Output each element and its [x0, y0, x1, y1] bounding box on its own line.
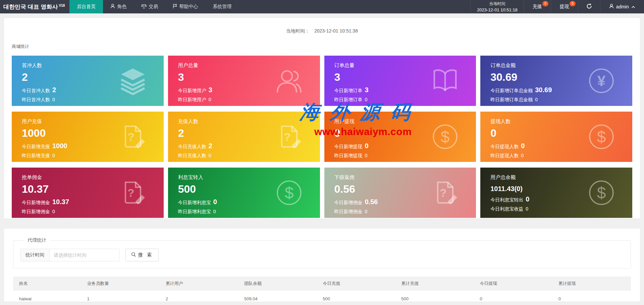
stat-card-yesterday-label: 昨日新增利息宝 — [178, 209, 211, 214]
stat-card-today-value: 10.37 — [52, 198, 69, 205]
svg-text:$: $ — [597, 184, 606, 202]
agent-stats-fieldset: 代理统计 统计时间 搜 索 — [13, 237, 631, 268]
stat-card-today-label: 今日首冲人数 — [22, 88, 50, 93]
stat-card: 抢单佣金 10.37 今日新增佣金10.37 昨日新增佣金0 ? — [12, 168, 164, 218]
stat-card-yesterday-line: 昨日新增佣金0 — [22, 209, 164, 215]
table-header-cell: 今日提现 — [474, 277, 552, 291]
nav-item-help[interactable]: 帮助中心 — [165, 0, 205, 13]
stat-card-yesterday-value: 0 — [365, 153, 368, 158]
stat-card-today-value: 0 — [521, 142, 525, 149]
stat-card-yesterday-value: 0 — [52, 153, 55, 158]
table-row: haiwai12509.0450050000 — [13, 291, 631, 302]
local-time-line: 当地时间： 2023-12-01 10:51:38 — [4, 18, 640, 34]
main-nav: 后台首页 角色 交易 帮 — [69, 0, 239, 13]
agent-stats-legend: 代理统计 — [24, 237, 50, 243]
stat-card-yesterday-label: 昨日新增佣金 — [22, 209, 50, 214]
stat-card-yesterday-line: 昨日新增订单0 — [334, 97, 476, 103]
stat-card-today-value: 0 — [213, 198, 217, 205]
stat-card: 订单总金额 30.69 今日新增订单总金额30.69 昨日新增订单总金额0 ¥ — [480, 56, 632, 106]
stat-card-today-label: 今日新增提现 — [334, 144, 363, 149]
stat-card-yesterday-line: 昨日新增订单总金额0 — [490, 97, 632, 103]
refresh-icon — [586, 3, 592, 10]
stat-card-today-value: 3 — [365, 86, 369, 94]
stat-card-today-label: 今日新增佣金 — [334, 200, 363, 205]
stat-card-yesterday-label: 昨日新增订单 — [334, 97, 363, 102]
stat-time-input[interactable] — [50, 249, 119, 261]
nav-label: 帮助中心 — [179, 4, 198, 10]
nav-item-system[interactable]: 系统管理 — [205, 0, 239, 13]
stat-card-today-value: 3 — [209, 86, 212, 94]
table-cell: 0 — [474, 291, 552, 302]
withdraw-button[interactable]: 提现 0 — [551, 0, 578, 13]
stat-card-yesterday-label: 昨日充值人数 — [178, 153, 206, 158]
stat-card-today-value: 30.69 — [535, 86, 552, 94]
chevron-up-icon — [631, 4, 635, 9]
agent-table: 姓名业务员数量累计用户团队余额今日充值累计充值今日提现累计提现 haiwai12… — [13, 277, 631, 302]
search-icon — [131, 252, 136, 258]
book-icon — [430, 65, 461, 96]
search-button[interactable]: 搜 索 — [125, 249, 159, 261]
stat-card-today-value: 0.56 — [365, 198, 378, 205]
dollar-icon: $ — [586, 121, 617, 152]
filter-label: 统计时间 — [20, 249, 50, 261]
svg-text:?: ? — [127, 131, 134, 143]
svg-text:¥: ¥ — [597, 73, 606, 89]
recharge-button[interactable]: 充值 0 — [524, 0, 551, 13]
stat-card-yesterday-value: 0 — [365, 97, 368, 102]
doc-question-icon: ? — [117, 177, 148, 208]
table-header-cell: 团队余额 — [238, 277, 317, 291]
yen-icon: ¥ — [586, 65, 617, 96]
svg-text:?: ? — [127, 187, 134, 199]
table-cell: 500 — [317, 291, 395, 302]
stat-card-today-value: 0 — [526, 195, 529, 203]
stat-card-yesterday-line: 昨日首冲人数0 — [22, 97, 164, 103]
stat-card-yesterday-line: 昨日新增充值0 — [22, 153, 164, 159]
stat-card: 利息宝转入 500 今日新增利息宝0 昨日新增利息宝0 $ — [168, 168, 320, 218]
stat-card: 用户总余额 1011.43(0) 今日利息宝转出0 今日利息宝收益0 $ — [480, 168, 632, 218]
svg-text:$: $ — [597, 128, 606, 146]
recharge-badge: 0 — [542, 1, 548, 6]
user-icon — [110, 4, 115, 10]
table-cell: 2 — [160, 291, 238, 302]
stat-card-today-label: 今日利息宝转出 — [490, 197, 523, 202]
table-cell: 509.04 — [238, 291, 317, 302]
stat-card-yesterday-label: 昨日提现人数 — [490, 153, 519, 158]
stat-card-today-label: 今日新增订单 — [334, 88, 363, 93]
agent-panel: 代理统计 统计时间 搜 索 姓名业务员数量累计用户团队余额今日充值累计充值今日提… — [4, 229, 640, 302]
stat-card-yesterday-label: 昨日新增佣金 — [334, 209, 363, 214]
user-icon — [609, 4, 614, 10]
refresh-button[interactable] — [578, 0, 600, 13]
svg-text:$: $ — [441, 128, 450, 146]
brand-text: 대한민국 대표 영화사 — [3, 3, 58, 11]
stat-card-yesterday-label: 昨日新增用户 — [178, 97, 206, 102]
withdraw-badge: 0 — [570, 1, 576, 6]
stat-card-today-label: 今日新增用户 — [178, 88, 206, 93]
table-cell: haiwai — [13, 291, 81, 302]
stat-card-today-label: 今日新增佣金 — [22, 200, 50, 205]
doc-question-icon: ? — [274, 121, 305, 152]
search-button-label: 搜 索 — [138, 252, 153, 258]
nav-label: 角色 — [117, 4, 126, 10]
dollar-icon: $ — [586, 177, 617, 208]
table-cell: 0 — [552, 291, 631, 302]
local-time-line-label: 当地时间： — [286, 28, 310, 34]
table-cell: 1 — [81, 291, 160, 302]
recharge-label: 充值 — [533, 4, 542, 10]
nav-item-roles[interactable]: 角色 — [103, 0, 134, 13]
stat-card-today-label: 今日新增订单总金额 — [490, 88, 533, 93]
stat-card-yesterday-value: 0 — [209, 153, 211, 158]
nav-item-dashboard[interactable]: 后台首页 — [69, 0, 103, 13]
stat-card: 提现人数 0 今日提现人数0 昨日提现人数0 $ — [480, 112, 632, 162]
withdraw-label: 提现 — [560, 4, 569, 10]
stat-card-yesterday-label: 昨日新增提现 — [334, 153, 363, 158]
table-header-cell: 业务员数量 — [81, 277, 160, 291]
nav-item-trade[interactable]: 交易 — [134, 0, 165, 13]
stat-card-today-value: 2 — [209, 142, 212, 149]
admin-menu[interactable]: admin — [600, 0, 644, 13]
table-header-cell: 姓名 — [13, 277, 81, 291]
section-title-mall-stats: 商城统计 — [12, 44, 640, 50]
layers-icon — [117, 65, 148, 96]
stat-card-yesterday-value: 0 — [52, 97, 55, 102]
stat-card: 下级返佣 0.56 今日新增佣金0.56 昨日新增佣金0 ? — [324, 168, 476, 218]
stat-card: 订单总量 3 今日新增订单3 昨日新增订单0 — [324, 56, 476, 106]
